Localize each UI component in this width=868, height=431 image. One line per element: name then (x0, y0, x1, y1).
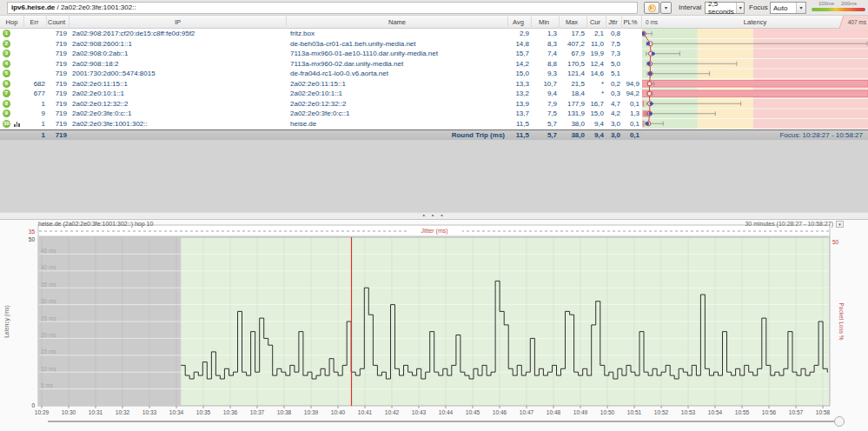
cell-count: 719 (47, 59, 70, 70)
svg-text:5 ms: 5 ms (41, 382, 54, 388)
pause-options-button[interactable]: ▾ (660, 2, 672, 14)
column-header-count: Count (47, 16, 70, 29)
latency-axis-min: 0 (31, 402, 35, 408)
x-tick-label: 10:43 (412, 409, 427, 415)
interval-select[interactable]: 2,5 seconds ▾ (705, 2, 745, 14)
legend-100ms-label: 100ms (818, 1, 834, 6)
x-tick-label: 10:42 (385, 409, 400, 415)
cell-err (24, 49, 47, 59)
legend-gradient-bar (812, 8, 865, 11)
latency-axis-title: Latency (ms) (3, 305, 10, 338)
hop-number-badge: 8 (3, 100, 10, 108)
timeline-range-label[interactable]: 30 minutes (10:28:27 - 10:58:27) (745, 221, 833, 227)
hop-cell: 10 (0, 119, 24, 129)
column-header-max: Max (560, 16, 587, 29)
cell-min: 10,7 (532, 79, 560, 90)
x-tick-label: 10:36 (223, 409, 238, 415)
cell-jttr: 0,8 (606, 29, 622, 39)
splitter-grip-icon: • • • (422, 212, 445, 218)
chevron-down-icon: ▾ (838, 222, 841, 227)
timeline-scrollbar-handle[interactable] (835, 417, 845, 427)
focus-value: Auto (773, 4, 787, 12)
timeline-range-dropdown[interactable]: ▾ (836, 221, 844, 228)
hop-cell: 3 (0, 49, 24, 59)
cell-pl: 94,9 (622, 79, 642, 90)
trace-target-field[interactable]: ipv6.heise.de / 2a02:2e0:3fe:1001:302:: (7, 2, 638, 14)
cell-count: 719 (47, 89, 70, 99)
cell-err: 682 (24, 79, 47, 90)
cell-min: 8,8 (532, 59, 560, 70)
hop-cell: 2 (0, 39, 24, 50)
cell-cur: 15,0 (587, 109, 606, 119)
round-trip-min: 5,7 (532, 130, 560, 140)
x-tick-label: 10:50 (600, 409, 615, 415)
cell-jttr: 4,7 (606, 99, 622, 109)
cell-avg: 11,5 (508, 119, 532, 129)
legend-200ms-label: 200ms (841, 1, 857, 6)
cell-max: 38,0 (560, 119, 587, 129)
cell-name: 2a02:2e0:10:1::1 (287, 89, 508, 99)
cell-max: 67,9 (560, 49, 587, 59)
panel-splitter[interactable]: • • • (0, 212, 868, 219)
cell-err: 677 (24, 89, 47, 99)
cell-ip: 2a02:908::18:2 (70, 59, 287, 70)
hop-number-badge: 9 (3, 109, 10, 117)
timeline-title: heise.de (2a02:2e0:3fe:1001:302::) hop 1… (38, 221, 153, 227)
cell-ip: 2a02:2e0:10:1::1 (70, 89, 287, 99)
hop-number-badge: 2 (3, 40, 10, 48)
pause-button[interactable] (644, 2, 659, 14)
x-tick-label: 10:34 (169, 409, 184, 415)
pingplotter-window: ipv6.heise.de / 2a02:2e0:3fe:1001:302:: … (0, 0, 868, 431)
x-tick-label: 10:31 (89, 409, 103, 415)
cell-count: 719 (47, 69, 70, 79)
cell-ip: 2a02:2e0:12:32::2 (70, 99, 287, 109)
cell-avg: 13,2 (508, 89, 532, 99)
hop-cell: 7 (0, 89, 24, 99)
round-trip-err: 1 (24, 130, 47, 140)
cell-err (24, 29, 47, 39)
hop-cell: 9 (0, 109, 24, 119)
hop-number-badge: 4 (3, 60, 10, 68)
x-tick-label: 10:47 (520, 409, 534, 415)
svg-text:30 ms: 30 ms (41, 298, 56, 304)
cell-pl: 0,1 (622, 99, 642, 109)
cell-min: 7,5 (532, 109, 560, 119)
cell-err: 1 (24, 119, 47, 129)
trace-table-body: 17192a02:908:2617:cf20:de15:c8ff:fe0d:95… (0, 29, 868, 129)
svg-text:35 ms: 35 ms (41, 282, 56, 288)
cell-count: 719 (47, 29, 70, 39)
column-header-ip: IP (70, 16, 287, 29)
x-tick-label: 10:40 (331, 409, 346, 415)
round-trip-count: 719 (47, 130, 70, 140)
chevron-down-icon: ▾ (799, 5, 802, 10)
cell-max: 17,5 (560, 29, 587, 39)
cell-min: 9,3 (532, 69, 560, 79)
cell-min: 9,4 (532, 89, 560, 99)
column-header-jttr: Jttr (606, 16, 622, 29)
timeline-chart[interactable]: Jitter (ms)355 ms10 ms15 ms20 ms25 ms30 … (0, 220, 868, 431)
cell-pl (622, 59, 642, 70)
hop-number-badge: 5 (3, 70, 10, 77)
cell-pl: 1,3 (622, 109, 642, 119)
graph-indicator-icon (14, 122, 23, 127)
cell-jttr: 4,2 (606, 109, 622, 119)
x-tick-label: 10:53 (681, 409, 696, 415)
pause-icon (648, 4, 656, 12)
hop-number-badge: 3 (3, 50, 10, 57)
x-tick-label: 10:37 (250, 409, 265, 415)
x-tick-label: 10:29 (35, 409, 50, 415)
focus-select[interactable]: Auto ▾ (770, 2, 806, 14)
cell-min: 7,9 (532, 99, 560, 109)
cell-name: 7113a-mx960-01-ae10-1110.dar.unity-media… (287, 49, 508, 59)
focus-range-text: Focus: 10:28:27 - 10:58:27 (642, 130, 868, 140)
cell-pl: 94,2 (622, 89, 642, 99)
cell-cur: 14,6 (587, 69, 606, 79)
cell-jttr: 0,2 (606, 79, 622, 90)
round-trip-jttr: 3,0 (606, 130, 622, 140)
cell-count: 719 (47, 49, 70, 59)
cell-ip: 2a02:2e0:11:15::1 (70, 79, 287, 90)
cell-avg: 13,7 (508, 109, 532, 119)
svg-text:25 ms: 25 ms (41, 315, 56, 322)
cell-max: 170,5 (560, 59, 587, 70)
cell-name: fritz.box (287, 29, 508, 39)
